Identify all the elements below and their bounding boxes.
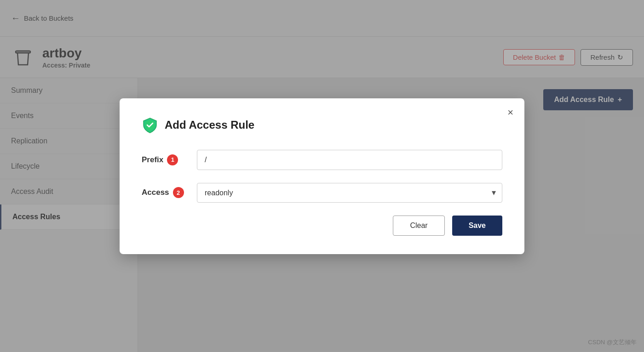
modal-overlay: × Add Access Rule Prefix 1 Access 2	[0, 0, 644, 352]
access-select-wrapper: readonly writeonly readwrite none ▾	[197, 183, 502, 203]
prefix-label-text: Prefix	[142, 155, 163, 165]
clear-button[interactable]: Clear	[393, 216, 444, 236]
save-button[interactable]: Save	[452, 216, 502, 236]
prefix-label: Prefix 1	[142, 154, 197, 165]
modal-title: Add Access Rule	[165, 119, 254, 131]
add-access-rule-modal: × Add Access Rule Prefix 1 Access 2	[120, 98, 524, 254]
access-form-row: Access 2 readonly writeonly readwrite no…	[142, 183, 502, 203]
close-icon: ×	[507, 107, 513, 118]
modal-title-row: Add Access Rule	[142, 117, 502, 133]
prefix-form-row: Prefix 1	[142, 150, 502, 170]
shield-icon	[142, 117, 158, 133]
access-select[interactable]: readonly writeonly readwrite none	[197, 183, 502, 203]
access-label-text: Access	[142, 188, 169, 197]
prefix-input[interactable]	[197, 150, 502, 170]
save-label: Save	[469, 221, 486, 229]
prefix-step-badge: 1	[167, 154, 178, 165]
access-label: Access 2	[142, 187, 197, 198]
access-step-badge: 2	[173, 187, 184, 198]
modal-close-button[interactable]: ×	[507, 108, 513, 118]
modal-actions: Clear Save	[142, 216, 502, 236]
clear-label: Clear	[410, 221, 427, 229]
